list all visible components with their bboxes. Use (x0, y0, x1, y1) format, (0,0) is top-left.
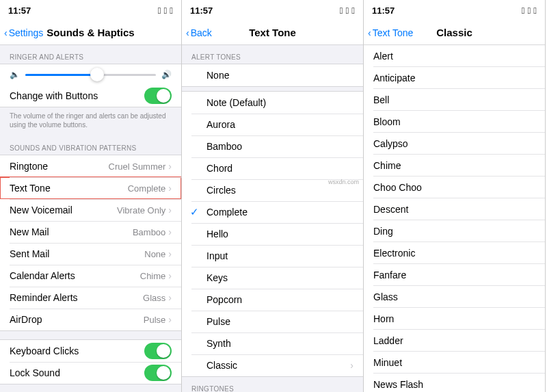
setting-value: Vibrate Only › (117, 205, 172, 215)
checkmark-icon: ✓ (190, 206, 199, 218)
back-button[interactable]: ‹ Settings (4, 27, 43, 38)
status-bar: 11:57 􀙇 􀙈 􀛨 (0, 0, 181, 21)
keyboard-clicks-row[interactable]: Keyboard Clicks (0, 340, 181, 362)
classic-tone-label: Calypso (373, 138, 408, 149)
ringtones-header: RINGTONES (182, 377, 363, 392)
keyboard-group: Keyboard Clicks Lock Sound (0, 339, 181, 384)
back-label: Text Tone (373, 27, 414, 38)
setting-value: None › (144, 248, 172, 259)
tone-row[interactable]: Keys (182, 267, 363, 289)
classic-tone-row[interactable]: Choo Choo (364, 177, 545, 198)
tone-label: Chord (206, 163, 232, 174)
tone-label: Aurora (206, 119, 235, 130)
classic-row[interactable]: Classic› (182, 354, 363, 376)
signal-icon: 􀙇 (340, 5, 343, 16)
settings-scroll[interactable]: RINGER AND ALERTS 🔈 🔊 Change with Button… (0, 45, 181, 392)
tone-row[interactable]: Hello (182, 223, 363, 245)
tones-scroll[interactable]: ALERT TONES None Note (Default)AuroraBam… (182, 45, 363, 392)
status-bar: 11:57 􀙇 􀙈 􀛨 (364, 0, 545, 21)
classic-tone-row[interactable]: Electronic (364, 242, 545, 264)
classic-tone-row[interactable]: Fanfare (364, 264, 545, 286)
tone-none[interactable]: None (182, 64, 363, 86)
tone-row[interactable]: Pulse (182, 311, 363, 332)
tone-label: None (206, 70, 229, 81)
status-indicators: 􀙇 􀙈 􀛨 (340, 5, 355, 16)
classic-tone-label: Bell (373, 94, 389, 105)
setting-label: Sent Mail (10, 248, 49, 259)
tone-row[interactable]: Bamboo (182, 135, 363, 157)
setting-row[interactable]: Text ToneComplete › (0, 177, 181, 199)
lock-sound-toggle[interactable] (144, 365, 172, 381)
classic-tone-label: Alert (373, 51, 393, 62)
classic-tone-row[interactable]: Horn (364, 308, 545, 330)
ringer-footer: The volume of the ringer and alerts can … (0, 107, 181, 136)
back-button[interactable]: ‹ Back (186, 27, 212, 38)
tone-label: Circles (206, 185, 236, 196)
setting-row[interactable]: AirDropPulse › (0, 309, 181, 330)
lock-sound-label: Lock Sound (10, 367, 60, 378)
lock-sound-row[interactable]: Lock Sound (0, 362, 181, 384)
nav-bar: ‹ Settings Sounds & Haptics (0, 21, 181, 45)
classic-tone-label: Descent (373, 204, 408, 215)
setting-row[interactable]: Reminder AlertsGlass › (0, 287, 181, 309)
classic-tone-row[interactable]: Descent (364, 198, 545, 220)
tone-row[interactable]: Input (182, 245, 363, 267)
tone-label: Input (206, 250, 228, 261)
classic-tone-row[interactable]: Anticipate (364, 67, 545, 89)
speaker-low-icon: 🔈 (10, 70, 20, 79)
back-button[interactable]: ‹ Text Tone (368, 27, 413, 38)
wifi-icon: 􀙈 (528, 5, 531, 16)
classic-tone-row[interactable]: Ding (364, 220, 545, 242)
classic-scroll[interactable]: AlertAnticipateBellBloomCalypsoChimeChoo… (364, 45, 545, 392)
setting-row[interactable]: Sent MailNone › (0, 243, 181, 265)
status-indicators: 􀙇 􀙈 􀛨 (158, 5, 173, 16)
classic-tone-row[interactable]: Bell (364, 89, 545, 111)
ringer-group: 🔈 🔊 Change with Buttons (0, 64, 181, 107)
classic-tone-row[interactable]: News Flash (364, 374, 545, 392)
classic-tone-row[interactable]: Glass (364, 286, 545, 308)
text-tone-pane: 11:57 􀙇 􀙈 􀛨 ‹ Back Text Tone ALERT TONES… (182, 0, 364, 392)
setting-value: Cruel Summer › (109, 161, 172, 172)
none-group: None (182, 64, 363, 87)
chevron-left-icon: ‹ (186, 27, 189, 38)
setting-row[interactable]: RingtoneCruel Summer › (0, 155, 181, 177)
classic-tone-row[interactable]: Bloom (364, 111, 545, 133)
tone-label: Synth (206, 338, 231, 349)
slider-thumb[interactable] (90, 68, 104, 81)
classic-tone-row[interactable]: Minuet (364, 352, 545, 374)
tone-row[interactable]: ✓Complete (182, 201, 363, 223)
chevron-right-icon: › (168, 270, 172, 281)
tone-label: Note (Default) (206, 97, 266, 108)
status-time: 11:57 (8, 5, 31, 16)
tone-label: Bamboo (206, 141, 242, 152)
change-buttons-toggle[interactable] (144, 88, 172, 104)
tone-row[interactable]: Synth (182, 332, 363, 354)
classic-tone-row[interactable]: Alert (364, 45, 545, 67)
chevron-right-icon: › (168, 205, 172, 215)
setting-value: Bamboo › (133, 226, 172, 237)
keyboard-clicks-toggle[interactable] (144, 343, 172, 359)
setting-row[interactable]: New MailBamboo › (0, 221, 181, 243)
wifi-icon: 􀙈 (164, 5, 168, 16)
volume-slider[interactable] (25, 74, 156, 76)
tone-row[interactable]: Chord (182, 157, 363, 179)
tone-row[interactable]: Popcorn (182, 289, 363, 311)
setting-label: New Voicemail (10, 205, 72, 215)
classic-tone-label: Electronic (373, 248, 415, 259)
setting-row[interactable]: New VoicemailVibrate Only › (0, 199, 181, 221)
status-time: 11:57 (372, 5, 395, 16)
chevron-left-icon: ‹ (4, 27, 8, 38)
classic-tone-row[interactable]: Calypso (364, 133, 545, 155)
change-with-buttons-row[interactable]: Change with Buttons (0, 85, 181, 107)
classic-tone-row[interactable]: Chime (364, 155, 545, 177)
setting-row[interactable]: Calendar AlertsChime › (0, 265, 181, 287)
chevron-right-icon: › (350, 360, 353, 371)
tone-row[interactable]: Note (Default) (182, 92, 363, 114)
classic-tone-row[interactable]: Ladder (364, 330, 545, 352)
back-label: Back (191, 27, 212, 38)
patterns-header: SOUNDS AND VIBRATION PATTERNS (0, 136, 181, 155)
tone-label: Classic (206, 360, 237, 371)
status-bar: 11:57 􀙇 􀙈 􀛨 (182, 0, 363, 21)
classic-pane: 11:57 􀙇 􀙈 􀛨 ‹ Text Tone Classic AlertAnt… (364, 0, 546, 392)
tone-row[interactable]: Aurora (182, 114, 363, 135)
